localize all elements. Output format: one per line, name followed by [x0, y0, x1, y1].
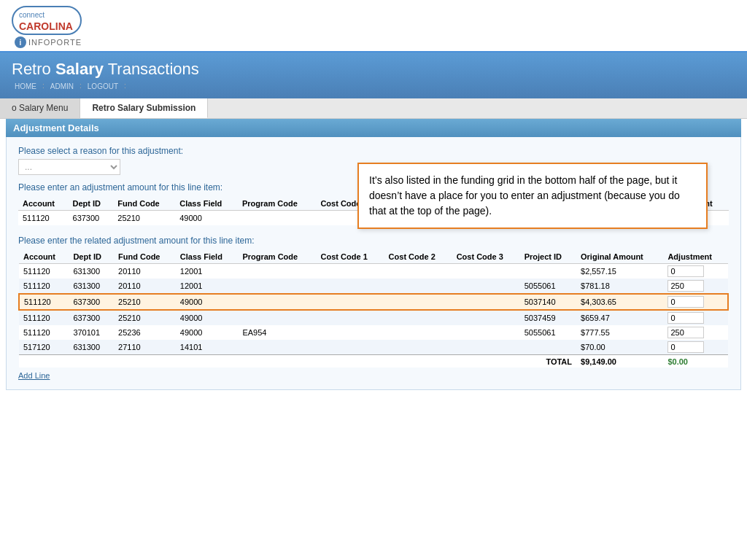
table2-cell	[384, 294, 452, 310]
logo-container: connect CAROLINA i INFOPORTE	[12, 6, 82, 48]
table2-cell	[238, 294, 316, 310]
tab-retro-salary-submission[interactable]: Retro Salary Submission	[80, 98, 208, 118]
logo-connect-text: connect	[19, 11, 44, 19]
col-class-field: Class Field	[175, 197, 238, 211]
table2-adjustment-cell	[663, 325, 728, 340]
table2-cell: 49000	[176, 310, 239, 325]
page-title-transactions: Transactions	[104, 60, 199, 78]
col-dept-id: Dept ID	[69, 197, 114, 211]
add-line-link[interactable]: Add Line	[18, 371, 50, 380]
col2-fund-code: Fund Code	[114, 250, 176, 264]
page-title-retro: Retro	[12, 60, 55, 78]
add-line-container: Add Line	[18, 370, 729, 381]
table2-cell	[452, 310, 520, 325]
cell-program-code	[238, 211, 316, 226]
table2-adjustment-cell	[663, 310, 728, 325]
reason-select[interactable]: ...	[18, 159, 120, 175]
table2-cell: 25210	[114, 310, 176, 325]
tab-bar: o Salary Menu Retro Salary Submission	[0, 98, 747, 119]
table2-cell	[384, 310, 452, 325]
table2-cell: 511120	[19, 310, 69, 325]
page-title-salary: Salary	[55, 60, 104, 78]
nav-admin[interactable]: ADMIN	[47, 82, 77, 91]
col-program-code: Program Code	[238, 197, 316, 211]
total-adjustment: $0.00	[663, 355, 728, 368]
table2-cell: 637300	[69, 310, 114, 325]
logo-carolina-text: CAROLINA	[19, 20, 73, 32]
cell-dept-id: 637300	[69, 211, 114, 226]
col2-dept-id: Dept ID	[69, 250, 114, 264]
table2-cell	[317, 294, 384, 310]
col2-cost-code-1: Cost Code 1	[317, 250, 384, 264]
table2-cell	[238, 279, 316, 294]
table2-adjustment-input[interactable]	[667, 312, 704, 324]
table2-adjustment-input[interactable]	[667, 265, 704, 277]
table2-cell	[452, 325, 520, 340]
table2-cell: $659.47	[576, 310, 663, 325]
table2-adjustment-input[interactable]	[667, 280, 704, 292]
col2-class-field: Class Field	[176, 250, 239, 264]
connect-carolina-logo: connect CAROLINA	[12, 6, 82, 35]
nav-logout[interactable]: LOGOUT	[85, 82, 121, 91]
nav-home[interactable]: HOME	[12, 82, 39, 91]
table2-cell: 12001	[176, 264, 239, 279]
tab-salary-menu[interactable]: o Salary Menu	[0, 98, 80, 118]
table2-cell: 20110	[114, 279, 176, 294]
infoporte-icon: i	[15, 36, 26, 48]
cell-account: 511120	[18, 211, 69, 226]
table2-cell	[520, 340, 576, 355]
table2-cell: $777.55	[576, 325, 663, 340]
table2-adjustment-cell	[663, 294, 728, 310]
cell-class-field: 49000	[175, 211, 238, 226]
table2-cell	[452, 279, 520, 294]
table2-cell	[384, 279, 452, 294]
table2-cell: EA954	[238, 325, 316, 340]
col2-program-code: Program Code	[238, 250, 316, 264]
table2-cell: $781.18	[576, 279, 663, 294]
table2-cell: 5055061	[520, 325, 576, 340]
col-account: Account	[18, 197, 69, 211]
page-header: Retro Salary Transactions HOME : ADMIN :…	[0, 52, 747, 98]
table2-cell: 12001	[176, 279, 239, 294]
table2-cell: 49000	[176, 294, 239, 310]
table2-cell: $4,303.65	[576, 294, 663, 310]
table2-cell: 511120	[19, 279, 69, 294]
table2-cell: $70.00	[576, 340, 663, 355]
related-adjustment-label: Please enter the related adjustment amou…	[18, 236, 729, 246]
table2-cell: 511120	[19, 294, 69, 310]
table2-cell: 25236	[114, 325, 176, 340]
col2-original-amount: Original Amount	[576, 250, 663, 264]
main-content: Adjustment Details Please select a reaso…	[0, 119, 747, 396]
table2-adjustment-cell	[663, 340, 728, 355]
table2-cell	[238, 340, 316, 355]
callout-text: It’s also listed in the funding grid in …	[369, 174, 680, 217]
total-label: TOTAL	[520, 355, 576, 368]
table2-cell	[238, 310, 316, 325]
table2-cell: 637300	[69, 294, 114, 310]
reason-label: Please select a reason for this adjustme…	[18, 146, 729, 156]
table2-cell: 49000	[176, 325, 239, 340]
section-header: Adjustment Details	[6, 119, 741, 137]
table2-adjustment-input[interactable]	[667, 327, 704, 338]
table2-cell	[317, 264, 384, 279]
infoporte-logo: i INFOPORTE	[15, 36, 82, 48]
callout-box: It’s also listed in the funding grid in …	[357, 163, 708, 229]
table2-cell: 517120	[19, 340, 69, 355]
col-fund-code: Fund Code	[113, 197, 175, 211]
table2-cell: 20110	[114, 264, 176, 279]
table2-cell: 511120	[19, 264, 69, 279]
col2-cost-code-3: Cost Code 3	[452, 250, 520, 264]
table2-cell: 511120	[19, 325, 69, 340]
table2-adjustment-input[interactable]	[667, 296, 704, 308]
table2-cell	[452, 294, 520, 310]
table2-cell	[317, 279, 384, 294]
col2-account: Account	[19, 250, 69, 264]
table2-cell: 5037459	[520, 310, 576, 325]
table2-adjustment-cell	[663, 279, 728, 294]
col2-project-id: Project ID	[520, 250, 576, 264]
table2-cell	[317, 310, 384, 325]
infoporte-text: INFOPORTE	[28, 38, 82, 47]
table2-cell: 14101	[176, 340, 239, 355]
table2-adjustment-input[interactable]	[667, 341, 704, 353]
section-title: Adjustment Details	[13, 122, 99, 133]
